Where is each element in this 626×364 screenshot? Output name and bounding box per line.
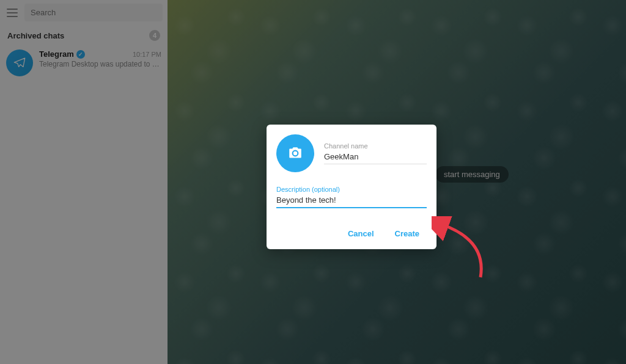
- channel-name-label: Channel name: [324, 142, 427, 150]
- channel-photo-button[interactable]: [276, 134, 314, 172]
- description-label: Description (optional): [276, 186, 427, 193]
- cancel-button[interactable]: Cancel: [341, 224, 381, 243]
- create-button[interactable]: Create: [388, 224, 427, 243]
- channel-name-input[interactable]: [324, 151, 427, 164]
- create-channel-dialog: Channel name Description (optional) Canc…: [267, 125, 436, 249]
- description-input[interactable]: [276, 194, 427, 208]
- camera-icon: [287, 145, 303, 161]
